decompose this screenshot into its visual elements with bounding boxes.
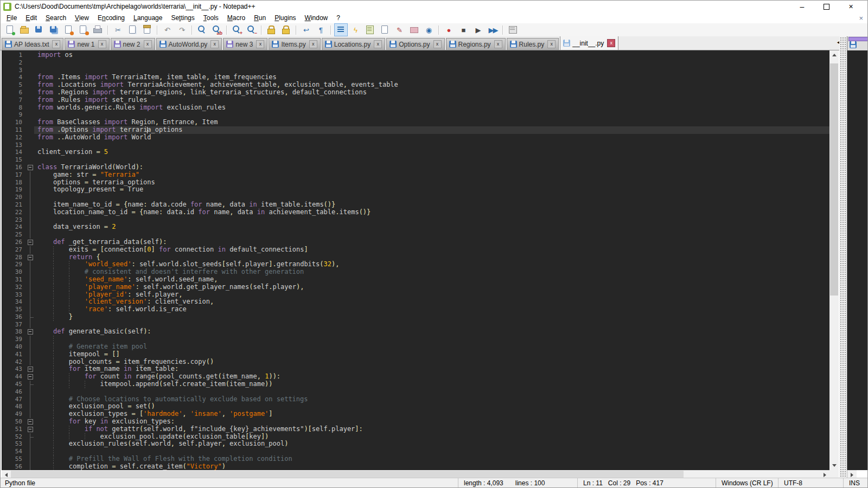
close-all-icon[interactable] xyxy=(76,23,90,36)
menu-item-plugins[interactable]: Plugins xyxy=(270,13,300,23)
code-line[interactable]: 38 def generate_basic(self): xyxy=(2,328,829,336)
status-insert-mode[interactable]: INS xyxy=(843,478,867,487)
docked-panel-close-icon[interactable]: × xyxy=(859,14,863,22)
code-line[interactable]: 1import os xyxy=(2,52,829,59)
sync-horizontal-scroll-icon[interactable] xyxy=(279,23,293,36)
close-button[interactable]: × xyxy=(839,1,863,12)
zoom-in-icon[interactable]: + xyxy=(230,23,244,36)
menu-item-file[interactable]: File xyxy=(2,13,21,23)
code-line[interactable]: 33 'player_id': self.player, xyxy=(2,291,829,299)
code-line[interactable]: 13 xyxy=(2,142,829,149)
show-all-characters-icon[interactable]: ¶ xyxy=(314,23,328,36)
tab-items-py[interactable]: Items.pyx xyxy=(269,38,320,50)
zoom-out-icon[interactable]: − xyxy=(245,23,258,36)
fold-collapse-icon[interactable] xyxy=(27,239,34,246)
code-line[interactable]: 27 exits = [connection[0] for connection… xyxy=(2,246,829,254)
macro-play-icon[interactable]: ▶ xyxy=(471,23,485,36)
scroll-down-icon[interactable] xyxy=(829,461,839,470)
code-line[interactable]: 46 xyxy=(2,388,829,396)
code-line[interactable]: 40 # Generate item pool xyxy=(2,343,829,351)
menu-item-help[interactable]: ? xyxy=(332,13,344,23)
code-line[interactable]: 2 xyxy=(2,59,829,67)
tab-options-py[interactable]: Options.pyx xyxy=(386,38,444,50)
status-encoding[interactable]: UTF-8 xyxy=(778,478,843,487)
macro-save-icon[interactable] xyxy=(506,23,520,36)
fold-collapse-icon[interactable] xyxy=(27,328,34,336)
code-line[interactable]: 54 xyxy=(2,448,829,455)
copy-icon[interactable] xyxy=(126,23,139,36)
document-list-icon[interactable] xyxy=(378,23,392,36)
undo-icon[interactable]: ↶ xyxy=(161,23,174,36)
minimize-button[interactable]: – xyxy=(790,1,814,12)
code-line[interactable]: 52 exclusion_pool.update(exclusion_table… xyxy=(2,433,829,441)
tab-new-3[interactable]: new 3x xyxy=(223,38,267,50)
save-file-icon[interactable] xyxy=(33,23,46,36)
code-line[interactable]: 36 } xyxy=(2,313,829,321)
macro-run-multiple-icon[interactable]: ▶▶ xyxy=(486,23,500,36)
vertical-scrollbar[interactable] xyxy=(829,50,839,470)
code-line[interactable]: 8from worlds.generic.Rules import exclus… xyxy=(2,104,829,112)
menu-item-macro[interactable]: Macro xyxy=(223,13,250,23)
code-line[interactable]: 7from .Rules import set_rules xyxy=(2,97,829,104)
menu-item-language[interactable]: Language xyxy=(129,13,167,23)
code-line[interactable]: 34 'client_version': client_version, xyxy=(2,298,829,306)
fold-collapse-icon[interactable] xyxy=(27,254,34,261)
close-file-icon[interactable] xyxy=(62,23,75,36)
code-line[interactable]: 5from .Locations import TerrariaAchievem… xyxy=(2,81,829,89)
print-icon[interactable] xyxy=(91,23,105,36)
code-line[interactable]: 26 def _get_terraria_data(self): xyxy=(2,239,829,246)
menu-item-settings[interactable]: Settings xyxy=(167,13,199,23)
code-line[interactable]: 25 xyxy=(2,231,829,239)
replace-icon[interactable]: ab xyxy=(210,23,224,36)
tab-close-icon[interactable]: x xyxy=(607,39,615,47)
word-wrap-icon[interactable]: ↩ xyxy=(299,23,313,36)
code-line[interactable]: 22 location_name_to_id = {name: data.id … xyxy=(2,209,829,216)
code-line[interactable]: 32 'player_name': self.world.get_player_… xyxy=(2,284,829,291)
code-line[interactable]: 43 for item_name in item_table: xyxy=(2,365,829,373)
menu-item-edit[interactable]: Edit xyxy=(21,13,41,23)
function-list-icon[interactable]: ϟ xyxy=(349,23,362,36)
folder-as-workspace-icon[interactable] xyxy=(407,23,421,36)
fold-collapse-icon[interactable] xyxy=(27,365,34,373)
code-line[interactable]: 35 'race': self.world.is_race xyxy=(2,306,829,313)
code-line[interactable]: 44 for count in range(pool_counts.get(it… xyxy=(2,373,829,381)
code-line[interactable]: 45 itempool.append(self.create_item(item… xyxy=(2,381,829,388)
cut-icon[interactable]: ✂ xyxy=(111,23,125,36)
code-line[interactable]: 4from .Items import TerrariaItem, item_t… xyxy=(2,74,829,81)
menu-item-run[interactable]: Run xyxy=(250,13,270,23)
code-line[interactable]: 49 exclusion_types = ['hardmode', 'insan… xyxy=(2,410,829,418)
document-map-icon[interactable] xyxy=(363,23,377,36)
code-line[interactable]: 24 data_version = 2 xyxy=(2,223,829,231)
tab-ap-ideas-txt[interactable]: AP Ideas.txtx xyxy=(2,38,63,50)
tab-close-icon[interactable]: x xyxy=(309,40,317,48)
menu-item-view[interactable]: View xyxy=(71,13,93,23)
code-editor[interactable]: 1import os234from .Items import Terraria… xyxy=(2,50,829,470)
fold-collapse-icon[interactable] xyxy=(27,164,34,171)
redo-icon[interactable]: ↷ xyxy=(175,23,189,36)
macro-stop-icon[interactable]: ■ xyxy=(457,23,470,36)
code-line[interactable]: 53 exclusion_rules(self.world, self.play… xyxy=(2,440,829,448)
code-line[interactable]: 56 completion = self.create_item("Victor… xyxy=(2,463,829,470)
code-line[interactable]: 14client_version = 5 xyxy=(2,149,829,156)
code-line[interactable]: 10from BaseClasses import Region, Entran… xyxy=(2,119,829,126)
tab-close-icon[interactable]: x xyxy=(494,40,502,48)
code-line[interactable]: 12from ..AutoWorld import World xyxy=(2,134,829,142)
menu-item-encoding[interactable]: Encoding xyxy=(93,13,129,23)
code-line[interactable]: 16class TerrariaWorld(World): xyxy=(2,164,829,171)
find-icon[interactable] xyxy=(195,23,209,36)
code-line[interactable]: 31 'seed_name': self.world.seed_name, xyxy=(2,276,829,284)
tab-close-icon[interactable]: x xyxy=(374,40,382,48)
fold-collapse-icon[interactable] xyxy=(27,418,34,426)
tab-close-icon[interactable]: x xyxy=(433,40,442,48)
scroll-up-icon[interactable] xyxy=(829,50,839,60)
code-line[interactable]: 30 # consistent and doesn't interfere wi… xyxy=(2,268,829,276)
view-splitter-handle[interactable] xyxy=(839,36,847,479)
sync-vertical-scroll-icon[interactable] xyxy=(265,23,278,36)
code-line[interactable]: 9 xyxy=(2,111,829,119)
save-all-icon[interactable] xyxy=(47,23,61,36)
tab-locations-py[interactable]: Locations.pyx xyxy=(322,38,385,50)
code-line[interactable]: 42 pool_counts = item_frequencies.copy() xyxy=(2,358,829,366)
code-line[interactable]: 50 for key in exclusion_types: xyxy=(2,418,829,426)
tab-close-icon[interactable]: x xyxy=(547,40,556,48)
restore-button[interactable] xyxy=(814,1,839,12)
